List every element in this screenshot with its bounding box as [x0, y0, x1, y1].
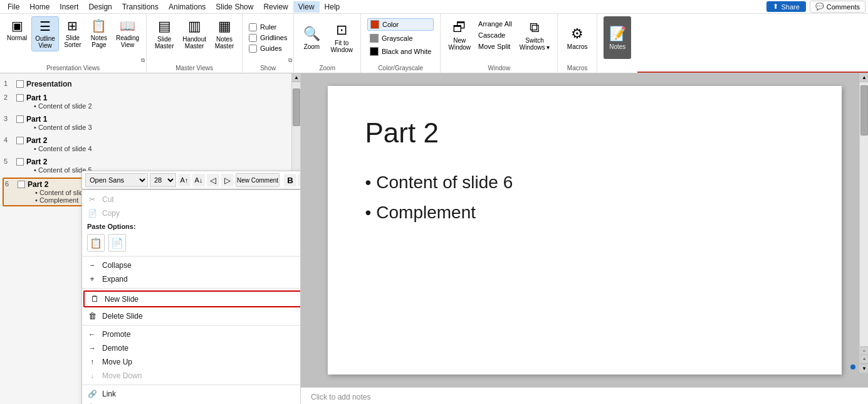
menu-review[interactable]: Review: [258, 1, 293, 13]
slide-scroll-thumb[interactable]: [860, 85, 868, 136]
reading-view-icon: 📖: [120, 18, 135, 33]
expand-icon[interactable]: ⧉: [141, 57, 145, 64]
delete-slide-menu-item[interactable]: 🗑 Delete Slide: [82, 309, 301, 323]
separator-2: [82, 288, 301, 289]
slide-content-2[interactable]: Part 1 • Content of slide 2: [26, 93, 296, 110]
link-menu-item[interactable]: 🔗 Link ▶: [82, 387, 301, 401]
gridlines-checkbox[interactable]: Gridlines: [249, 34, 287, 42]
handout-master-icon: ▥: [188, 18, 201, 35]
cascade-button[interactable]: Cascade: [476, 30, 515, 40]
slide-master-button[interactable]: ▤ SlideMaster: [150, 16, 178, 51]
menu-animations[interactable]: Animations: [164, 1, 211, 13]
collapse-icon: −: [87, 261, 97, 270]
smart-lookup-menu-item[interactable]: 🔍 Smart Lookup: [82, 401, 301, 404]
ribbon-group-zoom: 🔍 Zoom ⊡ Fit toWindow Zoom: [294, 14, 361, 73]
ribbon-notes-button[interactable]: 📝 Notes: [597, 14, 637, 73]
ribbon-group-show: Ruler Gridlines Guides Show ⧉: [243, 14, 294, 73]
slide-title-4: Part 2: [26, 136, 296, 145]
notes-master-icon: ▦: [218, 18, 231, 35]
paste-keep-source-button[interactable]: 📋: [87, 234, 105, 252]
slide-scroll-mid2: +: [860, 355, 868, 364]
menu-design[interactable]: Design: [83, 1, 117, 13]
notes-master-button[interactable]: ▦ NotesMaster: [211, 16, 238, 51]
copy-menu-item[interactable]: 📄 Copy: [82, 206, 301, 220]
outline-slide-2: 2 Part 1 • Content of slide 2: [3, 92, 298, 111]
comments-button[interactable]: 💬 Comments: [810, 1, 865, 13]
outline-view-button[interactable]: ☰ OutlineView: [31, 16, 59, 51]
notes-area[interactable]: Click to add notes: [301, 387, 868, 404]
menu-transitions[interactable]: Transitions: [117, 1, 164, 13]
demote-icon: →: [87, 344, 97, 353]
menu-help[interactable]: Help: [320, 1, 345, 13]
delete-slide-icon: 🗑: [87, 311, 97, 321]
slide-title-5: Part 2: [26, 157, 296, 166]
ruler-checkbox[interactable]: Ruler: [249, 23, 287, 31]
bullet-dot-2: •: [365, 198, 372, 228]
separator-4: [82, 385, 301, 385]
switch-windows-button[interactable]: ⧉ SwitchWindows ▾: [516, 16, 553, 54]
slide-sorter-button[interactable]: ⊞ SlideSorter: [60, 16, 85, 50]
menu-slideshow[interactable]: Slide Show: [211, 1, 258, 13]
slide-bullets: • Content of slide 6 • Complement: [365, 167, 804, 227]
menubar: File Home Insert Design Transitions Anim…: [0, 0, 868, 14]
move-split-button[interactable]: Move Split: [476, 41, 515, 51]
fit-to-window-button[interactable]: ⊡ Fit toWindow: [327, 19, 357, 56]
expand-menu-item[interactable]: + Expand ▶: [82, 272, 301, 286]
black-white-button[interactable]: Black and White: [367, 46, 434, 57]
slide-scroll-up[interactable]: ▲: [860, 73, 868, 82]
normal-view-button[interactable]: ▣ Normal: [4, 16, 30, 43]
scroll-thumb[interactable]: [293, 88, 300, 126]
decrease-font-button[interactable]: A↓: [192, 174, 205, 186]
handout-master-button[interactable]: ▥ HandoutMaster: [179, 16, 209, 51]
increase-indent-button[interactable]: ▷: [221, 174, 234, 186]
copy-icon: 📄: [87, 209, 97, 218]
new-comment-button[interactable]: New Comment: [236, 173, 280, 187]
slide-num-1: 1: [4, 80, 14, 87]
zoom-button[interactable]: 🔍 Zoom: [298, 19, 325, 56]
arrange-all-button[interactable]: Arrange All: [476, 19, 515, 29]
grayscale-swatch: [370, 34, 379, 43]
share-button[interactable]: ⬆ Share: [766, 1, 805, 12]
decrease-indent-button[interactable]: ◁: [207, 174, 219, 186]
color-button[interactable]: Color: [367, 18, 434, 31]
notes-page-button[interactable]: 📋 NotesPage: [86, 16, 112, 50]
menu-view[interactable]: View: [293, 1, 320, 13]
slide-thumb-3: [16, 115, 24, 123]
font-size-select[interactable]: 28: [150, 173, 176, 187]
paste-options-label: Paste Options:: [82, 220, 301, 231]
menu-file[interactable]: File: [3, 1, 24, 13]
scroll-up-button[interactable]: ▲: [292, 73, 301, 82]
increase-font-button[interactable]: A↑: [178, 174, 191, 186]
demote-menu-item[interactable]: → Demote: [82, 341, 301, 355]
new-slide-menu-item[interactable]: 🗒 New Slide: [83, 290, 301, 307]
collapse-menu-item[interactable]: − Collapse ▶: [82, 258, 301, 272]
cut-menu-item[interactable]: ✂ Cut: [82, 193, 301, 206]
move-up-menu-item[interactable]: ↑ Move Up: [82, 355, 301, 369]
promote-menu-item[interactable]: ← Promote: [82, 327, 301, 341]
new-slide-icon: 🗒: [90, 294, 100, 304]
slide-thumb-1: [16, 80, 24, 88]
slide-canvas[interactable]: Part 2 • Content of slide 6 • Complement: [328, 86, 842, 375]
menu-home[interactable]: Home: [24, 1, 55, 13]
color-swatch: [370, 20, 379, 29]
bold-button[interactable]: B: [284, 174, 296, 186]
slide-scroll-down[interactable]: ▼: [860, 364, 868, 373]
paste-keep-text-button[interactable]: 📄: [108, 234, 126, 252]
slide-content-1[interactable]: Presentation: [26, 80, 296, 88]
grayscale-button[interactable]: Grayscale: [367, 33, 434, 44]
slide-scroll-track: [860, 82, 868, 346]
move-down-menu-item[interactable]: ↓ Move Down: [82, 369, 301, 383]
outline-icon: ☰: [39, 19, 51, 34]
slide-content-3[interactable]: Part 1 • Content of slide 3: [26, 115, 296, 131]
slide-title-2: Part 1: [26, 93, 296, 102]
show-expand-icon[interactable]: ⧉: [288, 57, 292, 64]
font-family-select[interactable]: Open Sans: [85, 173, 148, 187]
window-label: Window: [441, 65, 557, 72]
macros-button[interactable]: ⚙ Macros: [562, 19, 593, 56]
slide-content-4[interactable]: Part 2 • Content of slide 4: [26, 136, 296, 152]
slide-scrollbar[interactable]: ▲ − + ▼: [859, 73, 868, 373]
new-window-button[interactable]: 🗗 NewWindow: [444, 16, 474, 54]
menu-insert[interactable]: Insert: [55, 1, 83, 13]
reading-view-button[interactable]: 📖 ReadingView: [113, 16, 142, 50]
guides-checkbox[interactable]: Guides: [249, 45, 287, 53]
